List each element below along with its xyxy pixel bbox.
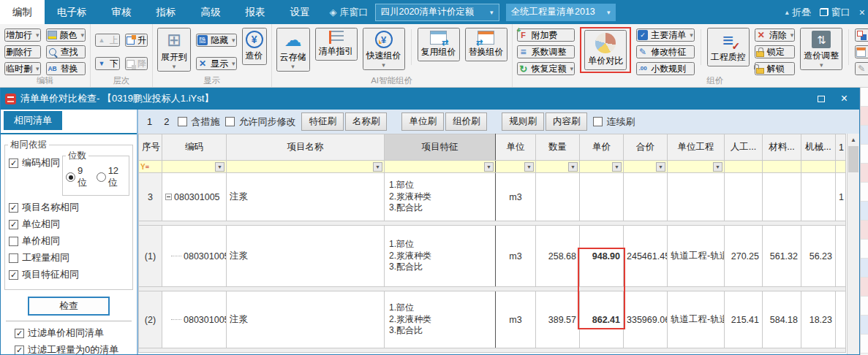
demote-button[interactable]: 降	[125, 57, 148, 70]
list-standard-select[interactable]: 全统工程量清单2013 ▾	[506, 4, 616, 21]
filter-dropdown-icon[interactable]: ▼	[656, 162, 665, 172]
col-labor[interactable]: 人工...	[725, 134, 763, 161]
dialog-titlebar[interactable]: 清单单价对比检查- 【0319鹏业投标人1.iYst】 ×	[1, 88, 859, 110]
add-row-button[interactable]: 增加行▾	[4, 28, 41, 42]
filter-dropdown-icon[interactable]: ▼	[713, 162, 722, 172]
tab-zhibiao[interactable]: 指标	[144, 0, 189, 24]
collapse-ribbon-button[interactable]: ▴ 折叠	[785, 6, 811, 19]
filter-cell[interactable]	[836, 161, 846, 173]
checkbox-allow-sync-edit[interactable]: 允许同步修改	[225, 115, 295, 129]
cloud-storage-button[interactable]: 云存储▾	[276, 28, 310, 72]
hide-button[interactable]: 隐藏▾	[196, 34, 237, 47]
filter-funnel-cell[interactable]	[139, 161, 162, 173]
find-button[interactable]: 查找	[46, 45, 86, 58]
content-brush-button[interactable]: 内容刷	[546, 112, 588, 131]
col-material[interactable]: 材料...	[763, 134, 801, 161]
coefficient-adjust-button[interactable]: 系数调整	[517, 45, 575, 58]
filter-cell[interactable]	[763, 161, 801, 173]
filter-cell[interactable]: ▼	[668, 161, 725, 173]
modify-feature-button[interactable]: 修改特征	[636, 45, 695, 58]
window-menu-button[interactable]: 窗口	[820, 6, 850, 19]
quota-organize-button[interactable]: 定额整理▾	[855, 62, 868, 75]
quota-standard-select[interactable]: 四川2020清单计价定额 ▾	[375, 4, 499, 21]
cost-lookup-button[interactable]: 造价	[242, 28, 267, 65]
close-icon[interactable]: ×	[841, 93, 848, 104]
checkbox-include-measures[interactable]: 含措施	[178, 115, 219, 129]
filter-dropdown-icon[interactable]: ▼	[568, 162, 578, 172]
feature-brush-button[interactable]: 特征刷	[301, 112, 344, 131]
checkbox-filter-same-price[interactable]: 过滤单价相同清单	[15, 327, 132, 340]
checkbox-feature-same[interactable]: 项目特征相同	[9, 268, 129, 281]
filter-cell[interactable]: ▼	[496, 161, 536, 173]
tab-gaoji[interactable]: 高级	[189, 0, 233, 24]
filter-cell[interactable]	[801, 161, 836, 173]
col-seq[interactable]: 序号	[139, 134, 162, 161]
merge-list-button[interactable]: 合并清单▾	[855, 28, 868, 42]
color-button[interactable]: 颜色▾	[46, 28, 86, 42]
vertical-scrollbar[interactable]: ▲	[847, 134, 859, 354]
level-1-button[interactable]: 1	[144, 116, 155, 127]
quality-control-button[interactable]: 工程质控	[707, 28, 750, 66]
filter-dropdown-icon[interactable]: ▼	[524, 162, 534, 172]
maximize-icon[interactable]	[818, 96, 825, 102]
filter-cell[interactable]: ▼	[227, 161, 385, 173]
move-down-button[interactable]: 下	[95, 57, 120, 70]
scrollbar-thumb[interactable]	[848, 146, 858, 172]
table-row[interactable]: (2) 08030100530 注浆 1.部位 2.浆液种类 3.配合比 m3 …	[139, 291, 846, 348]
tab-dianzibiao[interactable]: 电子标	[45, 0, 99, 24]
col-unit-project[interactable]: 单位工程	[668, 134, 725, 161]
cost-adjust-button[interactable]: 造价调整▾	[800, 28, 842, 70]
checkbox-code-same[interactable]: 编码相同	[9, 156, 60, 169]
filter-cell[interactable]	[725, 161, 763, 173]
replace-button[interactable]: 替换	[46, 62, 86, 75]
filter-dropdown-icon[interactable]: ▼	[484, 162, 494, 172]
check-button[interactable]: 检查	[28, 297, 110, 316]
filter-cell[interactable]: ▼	[162, 161, 227, 173]
surcharge-button[interactable]: 附加费	[517, 28, 575, 42]
promote-button[interactable]: 升	[125, 34, 148, 47]
col-price[interactable]: 单价	[580, 134, 624, 161]
temp-delete-button[interactable]: 临时删▾	[4, 62, 41, 75]
col-code[interactable]: 编码	[162, 134, 227, 161]
lock-button[interactable]: 锁定	[755, 45, 796, 58]
list-guide-button[interactable]: 清单指引	[315, 28, 358, 61]
delete-row-button[interactable]: 删除行	[4, 45, 41, 58]
reuse-pricing-button[interactable]: 复用组价	[418, 28, 460, 61]
checkbox-unit-same[interactable]: 单位相同	[9, 218, 129, 231]
table-row[interactable]: 3 080301005 注浆 1.部位 2.浆液种类 3.配合比 m3	[139, 173, 846, 221]
tab-shenhe[interactable]: 审核	[99, 0, 144, 24]
checkbox-price-same[interactable]: 单价相同	[9, 234, 129, 248]
filter-dropdown-icon[interactable]: ▼	[612, 162, 622, 172]
checkbox-qty-same[interactable]: 工程量相同	[9, 251, 129, 264]
move-up-button[interactable]: 上	[95, 34, 120, 47]
unlock-button[interactable]: 解锁	[755, 62, 796, 75]
filter-dropdown-icon[interactable]: ▼	[373, 162, 382, 172]
checkbox-filter-zero-qty[interactable]: 过滤工程量为0的清单	[15, 343, 132, 354]
tree-collapse-icon[interactable]	[165, 194, 172, 200]
list-numbering-button[interactable]: 清单编号▾	[855, 45, 868, 58]
col-extra[interactable]: 1	[836, 134, 846, 161]
radio-9-digits[interactable]: 9位	[66, 165, 91, 189]
table-row[interactable]: (1) 08030100530 注浆 1.部位 2.浆液种类 3.配合比 m3 …	[139, 226, 846, 287]
col-unit[interactable]: 单位	[496, 134, 536, 161]
filter-dropdown-icon[interactable]: ▼	[215, 162, 224, 172]
unit-brush-button[interactable]: 单位刷	[401, 112, 444, 131]
tab-shezhi[interactable]: 设置	[278, 0, 322, 24]
main-list-button[interactable]: 主要清单▾	[636, 28, 695, 42]
col-machine[interactable]: 机械...	[801, 134, 836, 161]
tab-baobiao[interactable]: 报表	[233, 0, 278, 24]
clear-button[interactable]: 清除▾	[755, 28, 796, 42]
col-feature[interactable]: 项目特征	[385, 134, 496, 161]
checkbox-continuous-brush[interactable]: 连续刷	[593, 115, 635, 129]
library-window-button[interactable]: ◈ 库窗口	[330, 6, 369, 19]
radio-12-digits[interactable]: 12位	[97, 165, 126, 189]
col-name[interactable]: 项目名称	[227, 134, 385, 161]
tab-same-list[interactable]: 相同清单	[4, 111, 62, 130]
filter-cell[interactable]: ▼	[385, 161, 496, 173]
filter-cell[interactable]: ▼	[624, 161, 668, 173]
restore-quota-button[interactable]: 恢复定额▾	[517, 62, 575, 75]
col-qty[interactable]: 数量	[536, 134, 580, 161]
decimal-rule-button[interactable]: 小数规则	[636, 62, 695, 75]
scroll-up-icon[interactable]: ▲	[848, 134, 859, 145]
col-total[interactable]: 合价	[624, 134, 668, 161]
